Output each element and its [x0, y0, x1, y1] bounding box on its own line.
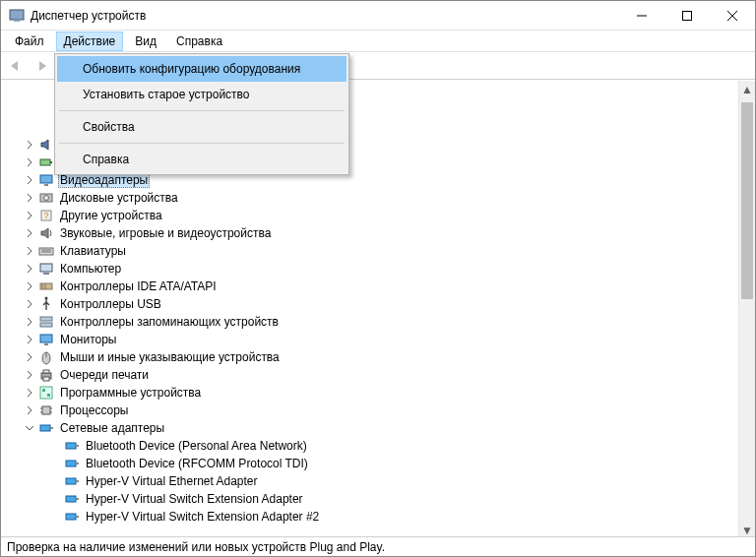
- tree-item[interactable]: Контроллеры запоминающих устройств: [5, 313, 738, 331]
- dropdown-refresh-hardware[interactable]: Обновить конфигурацию оборудования: [57, 56, 346, 82]
- nic-icon: [64, 491, 80, 507]
- device-category-icon: [38, 296, 54, 312]
- minimize-button[interactable]: [619, 1, 664, 31]
- tree-subitem[interactable]: Bluetooth Device (Personal Area Network): [5, 437, 738, 455]
- network-icon: [38, 420, 54, 436]
- tree-item-label: Очереди печати: [58, 368, 151, 382]
- close-button[interactable]: [710, 1, 755, 31]
- svg-rect-35: [43, 370, 49, 373]
- statusbar-text: Проверка на наличие изменений или новых …: [7, 540, 385, 554]
- svg-rect-22: [40, 264, 52, 272]
- svg-rect-31: [44, 343, 48, 345]
- menu-action[interactable]: Действие: [56, 31, 124, 51]
- tree-item[interactable]: Программные устройства: [5, 384, 738, 402]
- tree-item-label: Компьютер: [58, 262, 123, 276]
- device-category-icon: [38, 225, 54, 241]
- tree-item-label: Звуковые, игровые и видеоустройства: [58, 226, 273, 240]
- device-category-icon: [38, 155, 54, 170]
- tree-item-label: Клавиатуры: [58, 244, 128, 258]
- nic-icon: [64, 438, 80, 454]
- tree-subitem-label: Hyper-V Virtual Ethernet Adapter: [84, 474, 260, 488]
- expand-icon[interactable]: [23, 350, 36, 364]
- expand-icon[interactable]: [23, 386, 36, 400]
- menu-view[interactable]: Вид: [127, 31, 164, 51]
- svg-rect-30: [40, 335, 52, 342]
- tree-item-label: Сетевые адаптеры: [58, 421, 166, 435]
- collapse-icon[interactable]: [23, 421, 36, 435]
- window-title: Диспетчер устройств: [31, 9, 619, 23]
- expand-icon[interactable]: [23, 226, 36, 240]
- svg-rect-45: [40, 425, 50, 431]
- svg-rect-36: [43, 377, 49, 381]
- svg-rect-53: [66, 496, 76, 502]
- device-category-icon: [38, 402, 54, 418]
- svg-rect-29: [40, 323, 52, 327]
- tree-item[interactable]: ?Другие устройства: [5, 207, 738, 224]
- expand-icon[interactable]: [23, 244, 36, 258]
- tree-subitem[interactable]: Bluetooth Device (RFCOMM Protocol TDI): [5, 455, 738, 472]
- tree-item[interactable]: Клавиатуры: [5, 242, 738, 260]
- tree-item[interactable]: Мониторы: [5, 331, 738, 348]
- svg-rect-1: [14, 20, 20, 22]
- menu-file[interactable]: Файл: [7, 31, 52, 51]
- dropdown-properties[interactable]: Свойства: [57, 114, 346, 140]
- tree-item-network-adapters[interactable]: Сетевые адаптеры: [5, 419, 738, 437]
- expand-icon[interactable]: [23, 191, 36, 205]
- expand-icon[interactable]: [23, 315, 36, 329]
- tree-subitem[interactable]: Hyper-V Virtual Switch Extension Adapter: [5, 490, 738, 508]
- menubar: Файл Действие Вид Справка: [1, 31, 755, 52]
- svg-rect-39: [47, 394, 50, 397]
- device-category-icon: [38, 278, 54, 294]
- tree-item-label: Контроллеры IDE ATA/ATAPI: [58, 279, 219, 293]
- tree-item[interactable]: Дисковые устройства: [5, 189, 738, 207]
- svg-rect-23: [43, 273, 49, 275]
- app-icon: [9, 8, 25, 24]
- forward-button[interactable]: [32, 55, 54, 77]
- back-button[interactable]: [7, 55, 29, 77]
- expand-icon[interactable]: [23, 173, 36, 187]
- svg-rect-28: [40, 317, 52, 321]
- tree-item[interactable]: Процессоры: [5, 402, 738, 419]
- tree-subitem[interactable]: Hyper-V Virtual Ethernet Adapter: [5, 472, 738, 490]
- device-category-icon: [38, 385, 54, 401]
- tree-item[interactable]: Очереди печати: [5, 366, 738, 384]
- tree-subitem-label: Bluetooth Device (RFCOMM Protocol TDI): [84, 457, 310, 470]
- device-category-icon: [38, 314, 54, 330]
- device-category-icon: [38, 137, 54, 153]
- maximize-button[interactable]: [664, 1, 710, 31]
- menu-help[interactable]: Справка: [168, 31, 230, 51]
- expand-icon[interactable]: [23, 333, 36, 346]
- expand-icon[interactable]: [23, 138, 36, 152]
- tree-item[interactable]: Компьютер: [5, 260, 738, 278]
- svg-rect-3: [683, 11, 692, 20]
- tree-item[interactable]: Мыши и иные указывающие устройства: [5, 348, 738, 366]
- device-category-icon: [38, 349, 54, 365]
- device-category-icon: [38, 367, 54, 383]
- scroll-up-icon[interactable]: ▲: [739, 81, 755, 97]
- expand-icon[interactable]: [23, 155, 36, 169]
- device-category-icon: [38, 243, 54, 259]
- expand-icon[interactable]: [23, 262, 36, 276]
- expand-icon[interactable]: [23, 368, 36, 382]
- tree-subitem[interactable]: Hyper-V Virtual Switch Extension Adapter…: [5, 508, 738, 526]
- expand-icon[interactable]: [23, 209, 36, 222]
- scroll-thumb[interactable]: [741, 102, 753, 299]
- tree-item-label: Контроллеры USB: [58, 297, 163, 311]
- nic-icon: [64, 456, 80, 471]
- expand-icon[interactable]: [23, 403, 36, 417]
- svg-rect-11: [40, 159, 50, 165]
- dropdown-help[interactable]: Справка: [57, 147, 346, 172]
- tree-item[interactable]: Контроллеры USB: [5, 295, 738, 313]
- svg-rect-12: [50, 161, 52, 163]
- action-dropdown: Обновить конфигурацию оборудования Устан…: [54, 53, 349, 175]
- device-category-icon: [38, 190, 54, 206]
- tree-item[interactable]: Контроллеры IDE ATA/ATAPI: [5, 278, 738, 295]
- tree-item[interactable]: Звуковые, игровые и видеоустройства: [5, 224, 738, 242]
- expand-icon[interactable]: [23, 297, 36, 311]
- vertical-scrollbar[interactable]: ▲ ▼: [738, 81, 755, 538]
- dropdown-separator: [59, 110, 345, 111]
- expand-icon[interactable]: [23, 279, 36, 293]
- dropdown-install-legacy[interactable]: Установить старое устройство: [57, 82, 346, 107]
- device-category-icon: [38, 261, 54, 277]
- device-category-icon: [38, 332, 54, 347]
